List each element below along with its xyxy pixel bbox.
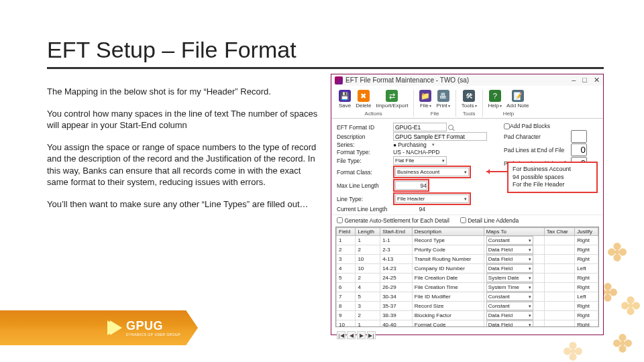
label-maxline: Max Line Length bbox=[337, 182, 393, 189]
help-button[interactable]: ?Help▾ bbox=[487, 90, 503, 109]
cell-mapsto-dropdown[interactable]: Data Field bbox=[486, 320, 533, 327]
mapping-grid[interactable]: FieldLengthStart-EndDescriptionMaps ToTa… bbox=[335, 227, 599, 327]
table-row[interactable]: 3104-13Transit Routing NumberData FieldR… bbox=[337, 255, 598, 264]
gpug-sub: DYNAMICS GP USER GROUP bbox=[126, 333, 180, 337]
input-padchar[interactable] bbox=[571, 130, 587, 143]
nav-first[interactable]: |◀ bbox=[337, 331, 345, 339]
tools-button[interactable]: 🛠Tools▾ bbox=[460, 90, 478, 109]
close-button[interactable]: ✕ bbox=[594, 76, 600, 84]
chk-detail-addenda[interactable]: Detail Line Addenda bbox=[460, 217, 519, 224]
label-padchar: Pad Character bbox=[504, 133, 571, 140]
minimize-button[interactable]: – bbox=[572, 76, 576, 84]
group-file-label: File bbox=[431, 111, 439, 117]
titlebar: EFT File Format Maintenance - TWO (sa) –… bbox=[331, 74, 603, 86]
chk-gen-auto[interactable]: Generate Auto-Settlement for Each Detail bbox=[337, 217, 449, 224]
record-nav: |◀ ◀ ▶ ▶| bbox=[331, 330, 603, 342]
col-header[interactable]: Justify bbox=[575, 228, 598, 236]
dropdown-formatclass[interactable]: Business Account bbox=[395, 168, 469, 176]
callout-arrow bbox=[486, 171, 508, 172]
input-padlines[interactable] bbox=[571, 143, 587, 156]
cell-mapsto-dropdown[interactable]: Data Field bbox=[486, 245, 533, 254]
group-help-label: Help bbox=[503, 111, 514, 117]
value-series: Purchasing bbox=[398, 141, 427, 148]
cell-mapsto-dropdown[interactable]: Constant bbox=[486, 292, 533, 301]
table-row[interactable]: 8335-37Record SizeConstantRight bbox=[337, 302, 598, 311]
table-row[interactable]: 111-1Record TypeConstantRight bbox=[337, 236, 598, 245]
cell-mapsto-dropdown[interactable]: Data Field bbox=[486, 264, 533, 273]
col-header[interactable]: Field bbox=[337, 228, 356, 236]
table-row[interactable]: 7530-34File ID ModifierConstantLeft bbox=[337, 292, 598, 302]
table-row[interactable]: 5224-25File Creation DateSystem DateRigh… bbox=[337, 274, 598, 283]
group-tools-label: Tools bbox=[463, 111, 476, 117]
dropdown-linetype[interactable]: File Header bbox=[395, 194, 469, 203]
label-series: Series: bbox=[337, 141, 393, 148]
col-header[interactable]: Start-End bbox=[380, 228, 413, 236]
gpug-arrow-icon bbox=[110, 320, 122, 335]
cell-mapsto-dropdown[interactable]: System Time bbox=[486, 283, 533, 292]
label-linetype: Line Type: bbox=[337, 196, 393, 202]
footer-badge: GPUG DYNAMICS GP USER GROUP bbox=[0, 310, 198, 345]
col-header[interactable]: Tax Char bbox=[544, 228, 575, 236]
label-curline: Current Line Length bbox=[337, 206, 393, 213]
dropdown-filetype[interactable]: Flat File bbox=[393, 156, 447, 165]
group-actions-label: Actions bbox=[365, 111, 382, 117]
slide-title: EFT Setup – File Format bbox=[47, 37, 604, 69]
table-row[interactable]: 9238-39Blocking FactorData FieldRight bbox=[337, 311, 598, 320]
label-description: Description bbox=[337, 133, 393, 140]
save-button[interactable]: 💾Save bbox=[337, 90, 352, 109]
value-formattype: US - NACHA-PPD bbox=[393, 149, 439, 156]
chk-addpad[interactable] bbox=[504, 123, 510, 129]
options-row: Generate Auto-Settlement for Each Detail… bbox=[331, 215, 603, 225]
print-button[interactable]: 🖶Print▾ bbox=[435, 90, 451, 109]
cell-mapsto-dropdown[interactable]: Constant bbox=[486, 302, 533, 310]
add-note-button[interactable]: 📝Add Note bbox=[505, 90, 530, 109]
table-row[interactable]: 222-3Priority CodeData FieldRight bbox=[337, 245, 598, 255]
input-maxline[interactable] bbox=[395, 181, 427, 190]
table-row[interactable]: 10140-40Format CodeData FieldRight bbox=[337, 320, 598, 328]
cell-mapsto-dropdown[interactable]: Data Field bbox=[486, 255, 533, 263]
nav-last[interactable]: ▶| bbox=[367, 331, 376, 339]
callout-box: For Business Account 94 possible spaces … bbox=[507, 162, 598, 193]
table-row[interactable]: 41014-23Company ID NumberData FieldLeft bbox=[337, 264, 598, 274]
body-copy: The Mapping in the below shot is for my … bbox=[47, 74, 324, 342]
gpug-brand: GPUG bbox=[126, 319, 163, 333]
nav-prev[interactable]: ◀ bbox=[347, 331, 356, 339]
delete-button[interactable]: ✖Delete bbox=[354, 90, 372, 109]
toolbar: 💾Save ✖Delete ⇄Import/Export Actions 📁Fi… bbox=[331, 86, 603, 119]
col-header[interactable]: Length bbox=[356, 228, 380, 236]
label-padlines: Pad Lines at End of File bbox=[504, 147, 571, 154]
maximize-button[interactable]: □ bbox=[582, 76, 587, 84]
table-row[interactable]: 6426-29File Creation TimeSystem TimeRigh… bbox=[337, 283, 598, 292]
value-curline: 94 bbox=[393, 206, 425, 213]
col-header[interactable]: Maps To bbox=[484, 228, 544, 236]
window-title: EFT File Format Maintenance - TWO (sa) bbox=[345, 76, 572, 84]
import-export-button[interactable]: ⇄Import/Export bbox=[374, 90, 409, 109]
input-description[interactable] bbox=[393, 132, 487, 141]
cell-mapsto-dropdown[interactable]: Constant bbox=[486, 236, 533, 245]
file-button[interactable]: 📁File▾ bbox=[418, 90, 433, 109]
app-window: EFT File Format Maintenance - TWO (sa) –… bbox=[331, 74, 604, 335]
label-addpad: Add Pad Blocks bbox=[510, 123, 550, 129]
label-formatid: EFT Format ID bbox=[337, 124, 393, 131]
col-header[interactable]: Description bbox=[412, 228, 484, 236]
lookup-icon[interactable] bbox=[448, 125, 453, 130]
cell-mapsto-dropdown[interactable]: System Date bbox=[486, 274, 533, 282]
label-formatclass: Format Class: bbox=[337, 169, 393, 176]
cell-mapsto-dropdown[interactable]: Data Field bbox=[486, 311, 533, 320]
nav-next[interactable]: ▶ bbox=[357, 331, 366, 339]
label-filetype: File Type: bbox=[337, 158, 393, 164]
label-formattype: Format Type: bbox=[337, 149, 393, 156]
app-icon bbox=[335, 76, 343, 84]
input-formatid[interactable] bbox=[393, 123, 447, 131]
